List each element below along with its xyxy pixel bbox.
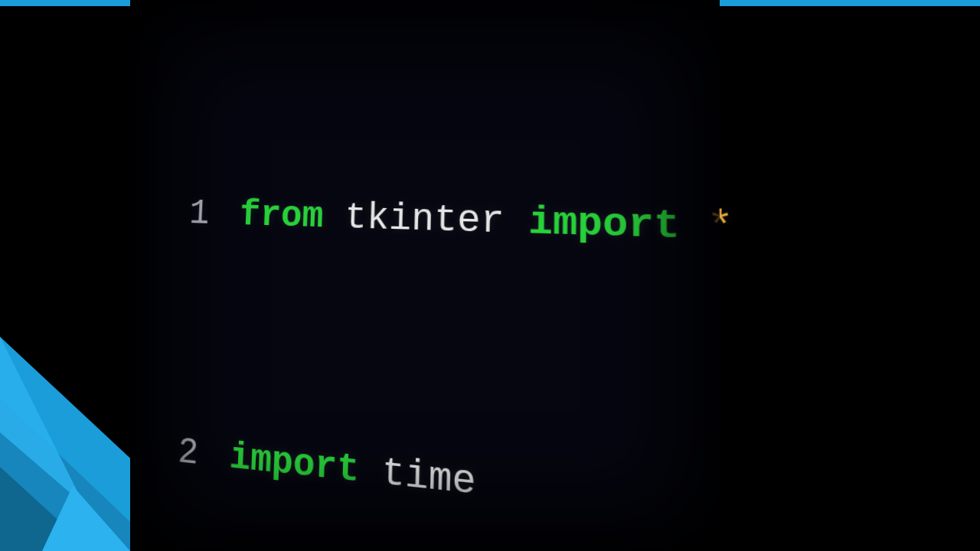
code-line: 2import time (129, 417, 980, 551)
code-content: 1from tkinter import * 2import time 3tk … (0, 0, 980, 551)
code-editor-panel: 1from tkinter import * 2import time 3tk … (130, 0, 720, 551)
line-number: 1 (141, 184, 240, 245)
code-line: 1from tkinter import * (141, 184, 980, 276)
line-number: 2 (129, 417, 230, 488)
